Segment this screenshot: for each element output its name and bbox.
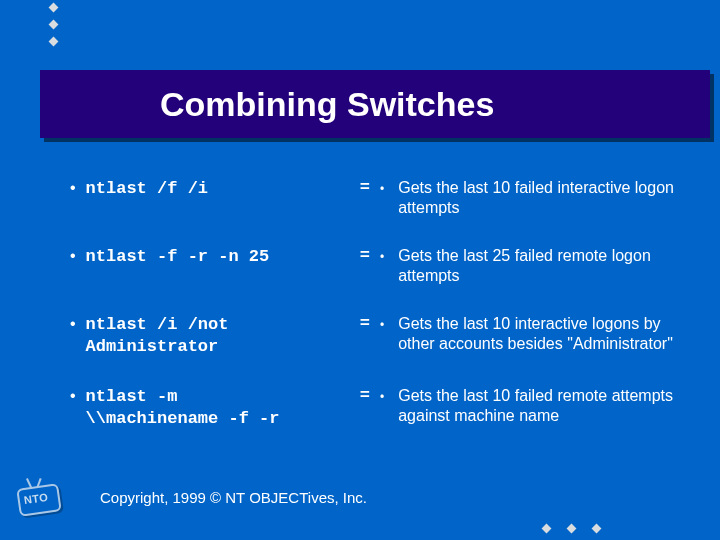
command-item: • ntlast -f -r -n 25 = — [70, 246, 370, 268]
description-text: Gets the last 10 interactive logons by o… — [398, 314, 690, 354]
nto-logo: NTO — [12, 480, 66, 520]
description-item: • Gets the last 10 failed interactive lo… — [380, 178, 690, 218]
command-text: ntlast /f /i — [86, 178, 344, 200]
equals-sign: = — [354, 386, 370, 405]
command-item: • ntlast /f /i = — [70, 178, 370, 200]
bullet-icon: • — [380, 178, 384, 198]
diamond-icon — [542, 524, 552, 534]
bullet-icon: • — [380, 386, 384, 406]
command-text: ntlast -m \\machinename -f -r — [86, 386, 344, 430]
description-text: Gets the last 10 failed interactive logo… — [398, 178, 690, 218]
bullet-icon: • — [70, 246, 76, 266]
description-text: Gets the last 25 failed remote logon att… — [398, 246, 690, 286]
diamond-icon — [49, 20, 59, 30]
bullet-icon: • — [70, 386, 76, 406]
bullet-icon: • — [70, 314, 76, 334]
title-bar: Combining Switches — [40, 70, 710, 138]
slide-title: Combining Switches — [160, 85, 494, 124]
diamond-icon — [592, 524, 602, 534]
equals-sign: = — [354, 246, 370, 265]
diamond-icon — [49, 37, 59, 47]
command-item: • ntlast -m \\machinename -f -r = — [70, 386, 370, 430]
bullet-icon: • — [70, 178, 76, 198]
equals-sign: = — [354, 178, 370, 197]
equals-sign: = — [354, 314, 370, 333]
diamond-icon — [567, 524, 577, 534]
decorative-dots-top — [50, 4, 57, 45]
description-text: Gets the last 10 failed remote attempts … — [398, 386, 690, 426]
decorative-dots-bottom — [543, 525, 600, 532]
description-item: • Gets the last 10 interactive logons by… — [380, 314, 690, 354]
command-text: ntlast -f -r -n 25 — [86, 246, 344, 268]
diamond-icon — [49, 3, 59, 13]
description-item: • Gets the last 10 failed remote attempt… — [380, 386, 690, 426]
bullet-icon: • — [380, 314, 384, 334]
logo-text: NTO — [23, 491, 49, 506]
command-text: ntlast /i /not Administrator — [86, 314, 344, 358]
bullet-icon: • — [380, 246, 384, 266]
command-item: • ntlast /i /not Administrator = — [70, 314, 370, 358]
description-item: • Gets the last 25 failed remote logon a… — [380, 246, 690, 286]
slide-body: • ntlast /f /i = • Gets the last 10 fail… — [70, 178, 690, 430]
copyright-text: Copyright, 1999 © NT OBJECTives, Inc. — [100, 489, 367, 506]
